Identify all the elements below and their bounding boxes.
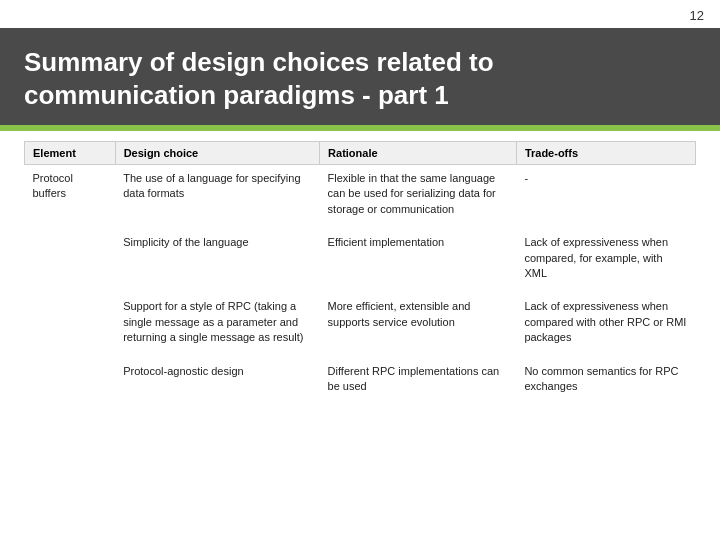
header-tradeoffs: Trade-offs [516,142,695,165]
element-cell: Protocol buffers [25,165,116,224]
rationale-cell: Efficient implementation [320,223,517,287]
table-header-row: Element Design choice Rationale Trade-of… [25,142,696,165]
summary-table: Element Design choice Rationale Trade-of… [24,141,696,400]
header-rationale: Rationale [320,142,517,165]
rationale-cell: Different RPC implementations can be use… [320,352,517,401]
table-row: Protocol-agnostic designDifferent RPC im… [25,352,696,401]
content-area: Element Design choice Rationale Trade-of… [0,131,720,410]
table-row: Simplicity of the languageEfficient impl… [25,223,696,287]
tradeoffs-cell: No common semantics for RPC exchanges [516,352,695,401]
table-row: Support for a style of RPC (taking a sin… [25,287,696,351]
header-design-choice: Design choice [115,142,319,165]
element-cell [25,287,116,351]
design-cell: The use of a language for specifying dat… [115,165,319,224]
element-cell [25,223,116,287]
rationale-cell: More efficient, extensible and supports … [320,287,517,351]
page-number: 12 [690,8,704,23]
tradeoffs-cell: - [516,165,695,224]
element-cell [25,352,116,401]
page-title: Summary of design choices related to com… [24,46,696,111]
tradeoffs-cell: Lack of expressiveness when compared wit… [516,287,695,351]
design-cell: Support for a style of RPC (taking a sin… [115,287,319,351]
header-element: Element [25,142,116,165]
tradeoffs-cell: Lack of expressiveness when compared, fo… [516,223,695,287]
design-cell: Simplicity of the language [115,223,319,287]
header: Summary of design choices related to com… [0,28,720,125]
table-row: Protocol buffersThe use of a language fo… [25,165,696,224]
design-cell: Protocol-agnostic design [115,352,319,401]
rationale-cell: Flexible in that the same language can b… [320,165,517,224]
